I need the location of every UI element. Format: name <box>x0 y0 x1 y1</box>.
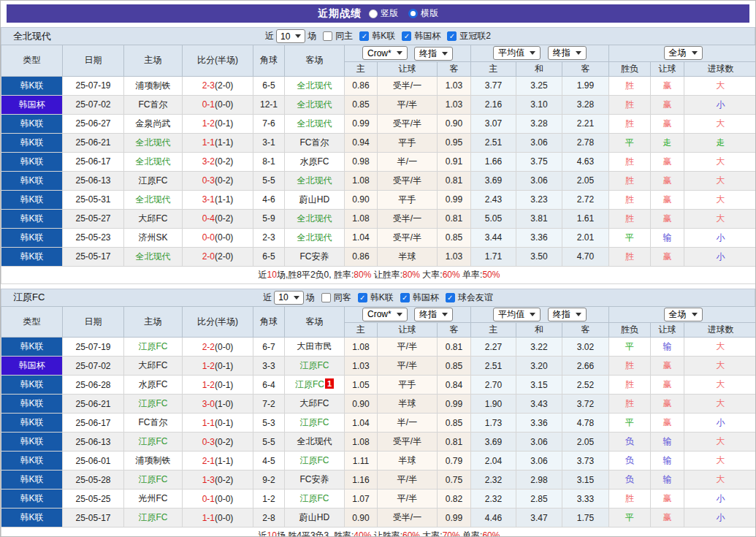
score: 0-0(0-0) <box>183 228 253 247</box>
vertical-layout-radio[interactable]: 竖版 <box>369 7 398 20</box>
bookmaker-select[interactable]: Crow* <box>362 308 408 321</box>
table-row: 韩K联25-06-17全北现代3-2(0-2)8-1水原FC0.98半/一0.9… <box>1 152 756 171</box>
average-select[interactable]: 平均值 <box>493 46 541 60</box>
col-header-odds-away: 客 <box>438 323 471 338</box>
chevron-down-icon <box>692 313 698 316</box>
avg-away: 3.72 <box>562 395 609 414</box>
section-header: 江原FC 近 10 场 同客 ✓ 韩K联 ✓ 韩国杯 ✓ 球会友谊 <box>1 289 755 306</box>
table-row: 韩K联25-05-28江原FC1-3(0-2)9-2FC安养1.16平/半0.7… <box>1 471 756 490</box>
avg-draw: 2.85 <box>516 490 562 509</box>
bookmaker-select[interactable]: Crow* <box>362 46 408 60</box>
average-time-select[interactable]: 终指 <box>548 308 587 321</box>
league-checkbox-extra[interactable]: ✓ <box>446 293 455 302</box>
same-venue-checkbox[interactable] <box>321 293 331 302</box>
league-label-kleague: 韩K联 <box>372 30 395 42</box>
summary-text: 近10场,胜8平2负0, 胜率:80% 让胜率:80% 大率:60% 单率:50… <box>1 266 756 283</box>
league-type: 韩K联 <box>1 376 63 395</box>
league-checkbox-kleague[interactable]: ✓ <box>359 31 369 41</box>
result-winlose: 胜 <box>609 247 651 266</box>
match-date: 25-06-27 <box>63 114 124 133</box>
match-count-select[interactable]: 10 <box>276 29 305 43</box>
fulltime-select[interactable]: 全场 <box>664 308 703 321</box>
rows-body: 韩K联25-07-19浦项制铁2-3(2-0)6-5全北现代0.86受半/一1.… <box>1 76 756 266</box>
home-team: 全北现代 <box>124 247 183 266</box>
league-checkbox-extra[interactable]: ✓ <box>447 31 457 41</box>
table-row: 韩K联25-05-25光州FC0-1(0-0)1-2江原FC1.07平/半0.8… <box>1 490 756 509</box>
away-team: FC安养 <box>285 247 345 266</box>
avg-home: 3.07 <box>471 114 516 133</box>
table-row: 韩K联25-05-23济州SK0-0(0-0)2-3全北现代1.04受平/半0.… <box>1 228 756 247</box>
odds-handicap: 平/半 <box>378 338 438 357</box>
result-handicap: 赢 <box>651 209 684 228</box>
fulltime-select[interactable]: 全场 <box>664 46 703 60</box>
avg-away: 1.99 <box>562 76 609 95</box>
match-date: 25-06-13 <box>63 171 124 190</box>
average-select[interactable]: 平均值 <box>493 308 541 321</box>
table-row: 韩K联25-05-31全北现代3-1(1-1)4-6蔚山HD0.90平手0.99… <box>1 190 756 209</box>
odds-handicap: 平手 <box>378 190 438 209</box>
odds-time-select[interactable]: 终指 <box>414 47 453 61</box>
same-venue-label: 同客 <box>334 292 351 304</box>
avg-away: 2.72 <box>562 190 609 209</box>
summary-text: 近10场,胜4平3负3, 胜率:40% 让胜率:60% 大率:70% 单率:60… <box>1 528 756 537</box>
league-type: 韩K联 <box>1 490 63 509</box>
filter-near-label: 近 <box>265 30 274 42</box>
home-team: FC首尔 <box>124 414 183 433</box>
odds-handicap: 半/一 <box>378 414 438 433</box>
league-label-kleague: 韩K联 <box>370 292 394 304</box>
league-checkbox-kleague[interactable]: ✓ <box>358 293 367 302</box>
odds-away: 0.81 <box>438 338 471 357</box>
score: 1-2(0-1) <box>183 376 253 395</box>
col-header-avg-draw: 和 <box>516 61 562 76</box>
result-handicap: 赢 <box>651 509 684 528</box>
table-row: 韩K联25-05-17江原FC1-1(0-0)2-8蔚山HD0.90受半/一0.… <box>1 509 756 528</box>
result-winlose: 平 <box>609 133 651 152</box>
score: 0-4(0-2) <box>183 209 253 228</box>
avg-home: 2.04 <box>471 452 516 471</box>
chevron-down-icon <box>692 51 698 55</box>
result-handicap: 赢 <box>651 247 684 266</box>
home-team: 济州SK <box>124 228 183 247</box>
result-goals: 小 <box>684 490 756 509</box>
result-goals: 大 <box>684 209 756 228</box>
match-date: 25-05-23 <box>63 228 124 247</box>
result-handicap: 输 <box>651 452 684 471</box>
avg-home: 3.69 <box>471 171 516 190</box>
result-goals: 小 <box>684 95 756 114</box>
result-goals: 小 <box>684 509 756 528</box>
result-winlose: 胜 <box>609 357 651 376</box>
league-checkbox-cup[interactable]: ✓ <box>400 293 410 302</box>
odds-home: 0.90 <box>345 395 378 414</box>
result-winlose: 胜 <box>609 209 651 228</box>
home-team: 水原FC <box>124 376 183 395</box>
avg-draw: 3.28 <box>516 114 562 133</box>
odds-home: 1.16 <box>345 471 378 490</box>
result-goals: 小 <box>684 414 756 433</box>
table-row: 韩K联25-06-27金泉尚武1-2(0-1)7-6全北现代0.99受平/半0.… <box>1 114 756 133</box>
home-team: 大邱FC <box>124 209 183 228</box>
rows-body: 韩K联25-07-19江原FC2-2(0-0)6-7大田市民1.08平/半0.8… <box>1 338 756 528</box>
avg-home: 2.32 <box>471 471 516 490</box>
league-checkbox-cup[interactable]: ✓ <box>402 31 411 41</box>
match-date: 25-07-19 <box>63 76 124 95</box>
chevron-down-icon <box>442 52 448 56</box>
chevron-down-icon <box>530 51 535 55</box>
filter-near-label: 近 <box>263 292 272 304</box>
odds-handicap: 受平/半 <box>378 171 438 190</box>
average-time-select[interactable]: 终指 <box>548 46 587 60</box>
corner-score: 8-1 <box>253 152 285 171</box>
match-count-select[interactable]: 10 <box>274 291 303 305</box>
same-venue-checkbox[interactable] <box>323 31 332 41</box>
col-header-away: 客场 <box>285 306 345 338</box>
odds-time-select[interactable]: 终指 <box>414 308 453 321</box>
avg-away: 4.63 <box>562 152 609 171</box>
odds-handicap: 平手 <box>378 376 438 395</box>
avg-home: 3.77 <box>471 76 516 95</box>
corner-score: 5-3 <box>253 414 285 433</box>
away-team: 水原FC <box>285 152 345 171</box>
avg-draw: 3.06 <box>516 171 562 190</box>
odds-away: 0.99 <box>438 190 471 209</box>
odds-home: 1.08 <box>345 171 378 190</box>
league-type: 韩K联 <box>1 133 63 152</box>
horizontal-layout-radio[interactable]: 横版 <box>408 7 438 20</box>
